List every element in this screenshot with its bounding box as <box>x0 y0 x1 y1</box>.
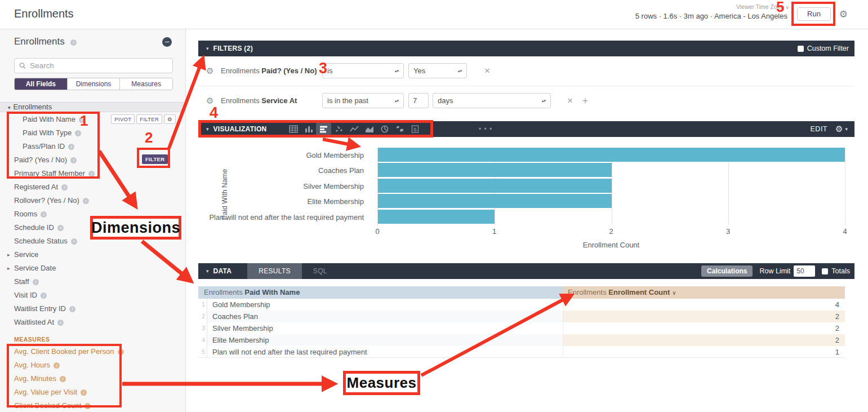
cell-enrollment-count[interactable]: 4 <box>563 299 845 311</box>
sidebar-field-schedule-id[interactable]: Schedule IDi <box>0 221 185 234</box>
remove-filter-icon[interactable]: × <box>484 66 490 76</box>
info-icon[interactable]: i <box>83 198 89 204</box>
data-section-bar[interactable]: ▾ DATA RESULTS SQL Calculations Row Limi… <box>198 263 854 279</box>
viz-map-icon[interactable] <box>392 123 407 135</box>
visualization-section-bar[interactable]: ▾ VISUALIZATION 6 • • • EDIT ⚙ ▾ <box>198 121 854 137</box>
caret-right-icon[interactable]: ▸ <box>7 262 10 275</box>
sidebar-field-rooms[interactable]: Roomsi <box>0 207 185 221</box>
info-icon[interactable]: i <box>57 320 64 326</box>
sidebar-field-registered-at[interactable]: Registered Ati <box>0 180 185 194</box>
info-icon[interactable]: i <box>60 376 66 382</box>
filter-amount-input[interactable] <box>408 93 429 108</box>
sidebar-tab-dimensions[interactable]: Dimensions <box>68 78 121 90</box>
sidebar-measure-avg-hours[interactable]: Avg. Hoursi <box>0 358 185 372</box>
run-button[interactable]: Run <box>797 7 831 21</box>
info-icon[interactable]: i <box>81 389 87 396</box>
filter-value-select[interactable]: Yes▴▾ <box>408 63 467 78</box>
sidebar-field-waitlisted-at[interactable]: Waitlisted Ati <box>0 316 185 329</box>
viewer-timezone[interactable]: Viewer Time Zone∨ <box>736 3 789 10</box>
sidebar-measure-avg-value-per-visit[interactable]: Avg. Value per Visiti <box>0 386 185 399</box>
chart-bar-elite-membership[interactable] <box>378 194 612 208</box>
cell-paid-with-name[interactable]: Plan will not end after the last require… <box>207 346 563 357</box>
tab-results[interactable]: RESULTS <box>247 263 302 279</box>
add-filter-icon[interactable]: + <box>582 96 588 105</box>
custom-filter-checkbox[interactable] <box>798 46 804 52</box>
sidebar-tab-all-fields[interactable]: All Fields <box>15 78 68 90</box>
search-input[interactable] <box>30 61 168 70</box>
filter-operator-select[interactable]: is in the past▴▾ <box>322 93 404 108</box>
table-row[interactable]: 1Gold Membership4 <box>198 299 845 311</box>
cell-enrollment-count[interactable]: 1 <box>563 346 845 357</box>
viz-line-icon[interactable] <box>346 123 362 135</box>
sidebar-field-visit-id[interactable]: Visit IDi <box>0 289 185 302</box>
tab-sql[interactable]: SQL <box>302 263 339 279</box>
sidebar-field-staff[interactable]: Staffi <box>0 275 185 289</box>
field-group-enrollments[interactable]: ▾Enrollments <box>0 102 185 112</box>
edit-viz-button[interactable]: EDIT <box>811 125 827 133</box>
field-filter-chip[interactable]: FILTER <box>142 154 168 164</box>
cell-paid-with-name[interactable]: Elite Membership <box>207 334 563 346</box>
info-icon[interactable]: i <box>69 306 75 312</box>
cell-paid-with-name[interactable]: Gold Membership <box>207 299 563 311</box>
sidebar-field-schedule-status[interactable]: Schedule Statusi <box>0 234 185 248</box>
info-icon[interactable]: i <box>70 157 77 163</box>
remove-filter-icon[interactable]: × <box>567 96 573 105</box>
filter-operator-select[interactable]: is▴▾ <box>322 63 404 78</box>
chart-bar-silver-membership[interactable] <box>378 179 612 193</box>
table-row[interactable]: 4Elite Membership2 <box>198 334 845 346</box>
sidebar-field-primary-staff-member[interactable]: Primary Staff Memberi <box>0 167 185 180</box>
filters-section-bar[interactable]: ▾ FILTERS (2) Custom Filter <box>198 41 854 56</box>
info-icon[interactable]: i <box>71 238 77 245</box>
info-icon[interactable]: i <box>41 211 47 218</box>
viz-bar-icon[interactable] <box>316 123 331 135</box>
info-icon[interactable]: i <box>84 403 91 409</box>
info-icon[interactable]: i <box>118 349 124 355</box>
sidebar-field-rollover-yes-no[interactable]: Rollover? (Yes / No)i <box>0 194 185 207</box>
gear-icon[interactable]: ⚙ <box>206 66 213 76</box>
chart-bar-plan-will-not-end-after-the-last-required-payment[interactable] <box>378 210 495 224</box>
table-row[interactable]: 5Plan will not end after the last requir… <box>198 346 845 358</box>
viz-scatter-icon[interactable] <box>331 123 346 135</box>
chart-bar-coaches-plan[interactable] <box>378 163 612 177</box>
info-icon[interactable]: i <box>75 130 81 136</box>
gear-icon[interactable]: ⚙ <box>835 124 843 134</box>
viz-single-value-icon[interactable]: 6 <box>407 123 422 135</box>
column-header-enrollment-count[interactable]: Enrollments Enrollment Count∨ <box>563 286 845 299</box>
sidebar-field-paid-with-type[interactable]: Paid With Typei <box>0 126 185 140</box>
gear-icon[interactable]: ⚙ <box>206 96 213 106</box>
search-box[interactable] <box>14 58 173 73</box>
calculations-button[interactable]: Calculations <box>701 265 753 277</box>
field-gear-icon[interactable]: ⚙ <box>164 114 176 124</box>
cell-paid-with-name[interactable]: Silver Membership <box>207 322 563 334</box>
info-icon[interactable]: i <box>54 362 60 369</box>
row-limit-input[interactable] <box>794 265 815 277</box>
info-icon[interactable]: i <box>61 184 68 191</box>
sidebar-field-service[interactable]: ▸Service <box>0 248 185 262</box>
cell-paid-with-name[interactable]: Coaches Plan <box>207 311 563 322</box>
info-icon[interactable]: i <box>41 293 47 299</box>
viz-column-icon[interactable] <box>301 123 316 135</box>
sidebar-measure-client-booked-count[interactable]: Client Booked Counti <box>0 399 185 412</box>
sidebar-field-service-date[interactable]: ▸Service Date <box>0 262 185 275</box>
viz-area-icon[interactable] <box>362 123 377 135</box>
sidebar-measure-avg-client-booked-per-person[interactable]: Avg. Client Booked per Personi <box>0 345 185 358</box>
info-icon[interactable]: i <box>79 117 85 123</box>
more-viz-types-icon[interactable]: • • • <box>479 121 492 137</box>
cell-enrollment-count[interactable]: 2 <box>563 322 845 334</box>
table-row[interactable]: 2Coaches Plan2 <box>198 311 845 322</box>
caret-right-icon[interactable]: ▸ <box>7 248 10 262</box>
sidebar-tab-measures[interactable]: Measures <box>120 78 172 90</box>
totals-checkbox[interactable] <box>822 268 828 274</box>
info-icon[interactable]: i <box>57 225 64 231</box>
field-action-filter[interactable]: FILTER <box>136 114 162 124</box>
info-icon[interactable]: i <box>88 171 95 177</box>
info-icon[interactable]: i <box>68 144 74 150</box>
filter-unit-select[interactable]: days▴▾ <box>433 93 551 108</box>
sidebar-field-pass-plan-id[interactable]: Pass/Plan IDi <box>0 140 185 153</box>
field-action-pivot[interactable]: PIVOT <box>111 114 135 124</box>
chart-bar-gold-membership[interactable] <box>378 148 845 162</box>
sidebar-field-waitlist-entry-id[interactable]: Waitlist Entry IDi <box>0 302 185 316</box>
info-icon[interactable]: i <box>70 39 77 46</box>
sidebar-measure-avg-minutes[interactable]: Avg. Minutesi <box>0 372 185 386</box>
cell-enrollment-count[interactable]: 2 <box>563 311 845 322</box>
